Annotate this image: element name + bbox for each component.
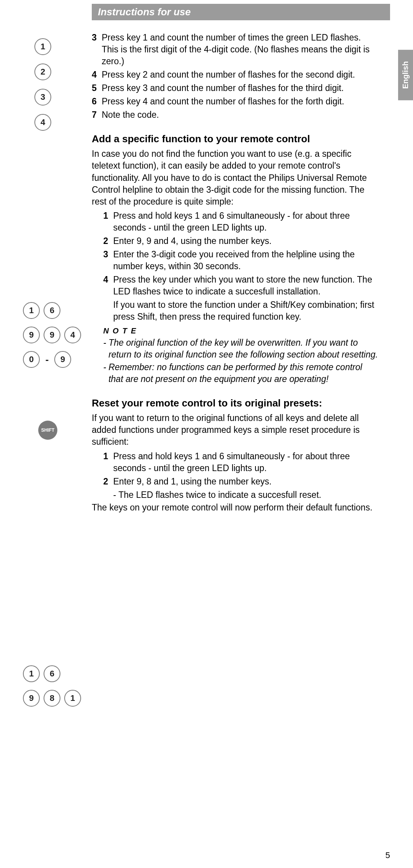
step-text: Enter the 3-digit code you received from… — [113, 249, 379, 272]
step-num: 2 — [103, 235, 110, 247]
key-0: 0 — [23, 351, 40, 368]
shift-note: If you want to store the function under … — [103, 299, 379, 323]
add-section-intro: In case you do not find the function you… — [92, 148, 379, 207]
step-row: 6Press key 4 and count the number of fla… — [92, 96, 379, 107]
dash: - — [103, 361, 106, 385]
key-9: 9 — [44, 327, 60, 343]
step-text: Enter 9, 9 and 4, using the number keys. — [113, 235, 379, 247]
add-keys: 1 6 9 9 4 0 - 9 — [23, 302, 88, 368]
step-text: Press and hold keys 1 and 6 simultaneous… — [113, 210, 379, 234]
key-1: 1 — [23, 302, 40, 319]
key-1: 1 — [34, 38, 51, 55]
step-row: 1Press and hold keys 1 and 6 simultaneou… — [103, 450, 379, 474]
main-content: 3Press key 1 and count the number of tim… — [92, 32, 379, 514]
dash: - — [103, 337, 106, 361]
shift-key-group: SHIFT — [38, 421, 103, 440]
top-keys: 1 2 3 4 — [34, 38, 99, 131]
step-text: Press the key under which you want to st… — [113, 274, 379, 297]
note-heading: NOTE — [103, 326, 379, 336]
step-row: 5Press key 3 and count the number of fla… — [92, 82, 379, 94]
step-text: Note the code. — [102, 109, 379, 121]
step-num: 1 — [103, 450, 110, 474]
dash: - — [44, 354, 50, 366]
key-4: 4 — [64, 327, 81, 343]
step-row: 2Enter 9, 9 and 4, using the number keys… — [103, 235, 379, 247]
step-num: 3 — [103, 249, 110, 272]
reset-section-intro: If you want to return to the original fu… — [92, 412, 379, 448]
note-item: -The original function of the key will b… — [103, 337, 379, 361]
step-row: 7Note the code. — [92, 109, 379, 121]
key-6: 6 — [44, 665, 60, 682]
language-tab: English — [398, 50, 413, 100]
step-text: Press and hold keys 1 and 6 simultaneous… — [113, 450, 379, 474]
key-3: 3 — [34, 89, 51, 106]
key-1: 1 — [23, 665, 40, 682]
key-9: 9 — [23, 690, 40, 707]
step-row: 4Press the key under which you want to s… — [103, 274, 379, 297]
step-num: 2 — [103, 476, 110, 488]
key-8: 8 — [44, 690, 60, 707]
note-text: The original function of the key will be… — [109, 337, 379, 361]
step-num: 1 — [103, 210, 110, 234]
step-text: Press key 4 and count the number of flas… — [102, 96, 379, 107]
key-9: 9 — [23, 327, 40, 343]
step-row: 1Press and hold keys 1 and 6 simultaneou… — [103, 210, 379, 234]
key-1: 1 — [64, 690, 81, 707]
shift-key: SHIFT — [38, 421, 57, 440]
key-6: 6 — [44, 302, 60, 319]
note-item: -Remember: no functions can be performed… — [103, 361, 379, 385]
step-row: 2Enter 9, 8 and 1, using the number keys… — [103, 476, 379, 488]
step-text: Enter 9, 8 and 1, using the number keys. — [113, 476, 379, 488]
step-row: 3Enter the 3-digit code you received fro… — [103, 249, 379, 272]
note-text: Remember: no functions can be performed … — [109, 361, 379, 385]
key-2: 2 — [34, 63, 51, 80]
add-section-title: Add a specific function to your remote c… — [92, 132, 379, 146]
key-4: 4 — [34, 114, 51, 131]
reset-outro: The keys on your remote control will now… — [92, 502, 379, 514]
reset-confirm: - The LED flashes twice to indicate a su… — [103, 489, 379, 501]
reset-keys: 1 6 9 8 1 — [23, 665, 88, 707]
step-text: Press key 1 and count the number of time… — [102, 32, 379, 67]
step-row: 3Press key 1 and count the number of tim… — [92, 32, 379, 67]
step-num: 4 — [103, 274, 110, 297]
step-row: 4Press key 2 and count the number of fla… — [92, 69, 379, 81]
page-number: 5 — [385, 850, 390, 860]
step-text: Press key 2 and count the number of flas… — [102, 69, 379, 81]
reset-section-title: Reset your remote control to its origina… — [92, 397, 379, 410]
page-header: Instructions for use — [92, 4, 390, 20]
step-text: Press key 3 and count the number of flas… — [102, 82, 379, 94]
key-9: 9 — [54, 351, 71, 368]
